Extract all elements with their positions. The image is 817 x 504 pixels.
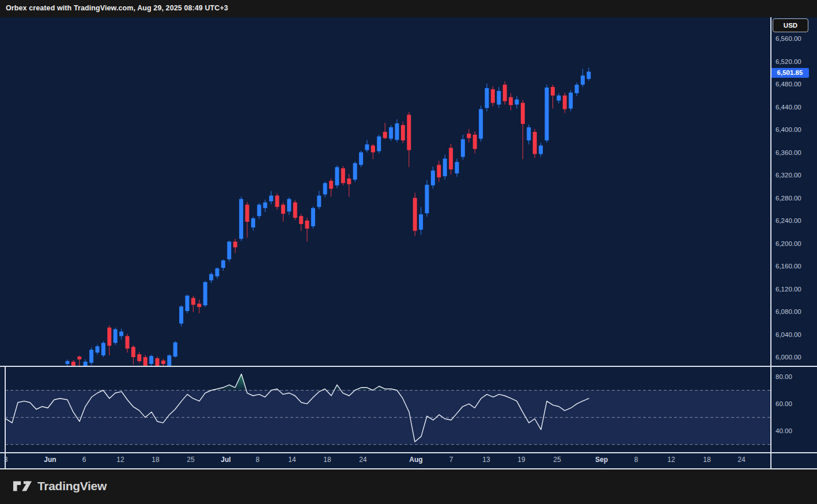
price-axis-label: 6,440.00 [776,103,801,111]
time-axis-label-19: 19 [517,456,525,464]
time-axis-label-jul: Jul [221,456,230,464]
pane-separator-top[interactable] [0,366,817,367]
tradingview-chart-screen: Orbex created with TradingView.com, Aug … [0,0,817,504]
watermark-text: Orbex created with TradingView.com, Aug … [6,4,228,12]
rsi-axis-label: 80.00 [776,373,792,381]
time-axis-label-12: 12 [116,456,124,464]
price-axis-label: 6,040.00 [776,331,801,339]
watermark-bar: Orbex created with TradingView.com, Aug … [0,0,817,17]
rsi-axis-label: 60.00 [776,400,792,408]
time-axis-label-25: 25 [187,456,194,464]
candlestick-chart-panes[interactable] [0,17,770,469]
price-axis-label: 6,080.00 [776,308,801,316]
price-axis-label: 6,480.00 [776,80,801,88]
time-axis-border [0,468,817,469]
time-axis-label-6: 6 [82,456,86,464]
price-axis-label: 6,400.00 [776,126,801,134]
time-axis-label-sep: Sep [595,456,608,464]
time-axis[interactable]: 3Jun6121825Jul8141824Aug7131925Sep812182… [0,453,770,468]
time-axis-label-24: 24 [737,456,745,464]
price-axis-label: 6,360.00 [776,149,801,157]
price-axis-label: 6,520.00 [776,58,801,66]
price-axis-label: 6,560.00 [776,35,801,43]
time-axis-label-14: 14 [288,456,296,464]
pane-separator-bottom[interactable] [0,452,817,453]
rsi-axis-label: 40.00 [776,427,792,435]
time-axis-label-8: 8 [256,456,260,464]
last-price-badge: 6,501.85 [771,68,809,78]
time-axis-label-jun: Jun [44,456,56,464]
price-axis-label: 6,200.00 [776,240,801,248]
price-axis-label: 6,320.00 [776,171,801,179]
time-axis-label-13: 13 [482,456,490,464]
time-axis-label-18: 18 [152,456,159,464]
rsi-pane-left-border [5,366,6,469]
tradingview-brand-text: TradingView [37,479,107,493]
price-axis-border[interactable] [770,17,771,469]
time-axis-label-25: 25 [553,456,561,464]
price-axis-label: 6,120.00 [776,285,801,293]
price-axis-label: 6,240.00 [776,217,801,225]
time-axis-label-18: 18 [703,456,710,464]
time-axis-label-7: 7 [449,456,453,464]
tradingview-logo[interactable]: TradingView [13,478,107,494]
time-axis-label-8: 8 [634,456,638,464]
price-axis-label: 6,160.00 [776,262,801,270]
price-pane-bg [0,17,770,366]
time-axis-label-18: 18 [323,456,331,464]
time-axis-label-24: 24 [359,456,366,464]
price-axis-label: 6,000.00 [776,353,801,361]
time-axis-label-12: 12 [667,456,675,464]
price-axis-label: 6,280.00 [776,194,801,202]
tradingview-logo-icon [13,478,32,494]
footer-bar: TradingView [0,469,817,504]
price-axis[interactable]: USD 6,560.006,520.006,480.006,440.006,40… [770,17,817,469]
currency-toggle-button[interactable]: USD [773,18,808,32]
time-axis-label-aug: Aug [409,456,422,464]
